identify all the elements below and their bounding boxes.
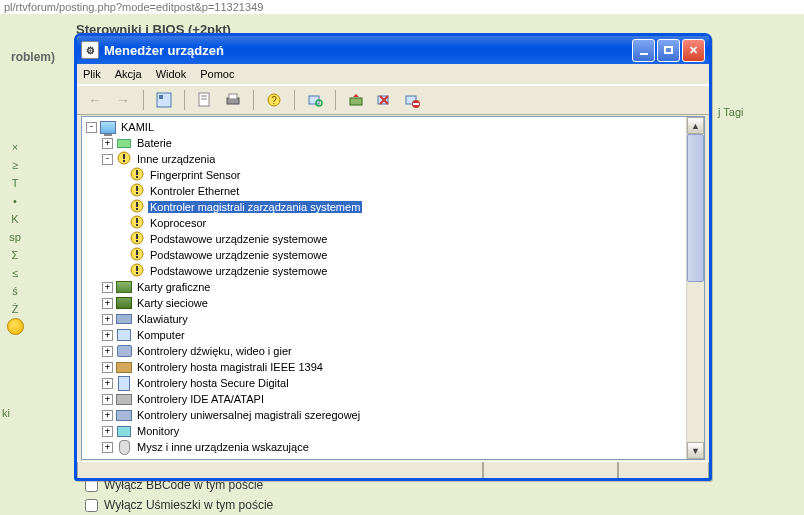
tree-item-label[interactable]: Karty graficzne xyxy=(135,281,212,293)
svg-rect-22 xyxy=(136,170,138,175)
expand-toggle[interactable]: - xyxy=(86,122,97,133)
symbol-button[interactable]: sp xyxy=(6,228,24,246)
view-button[interactable] xyxy=(152,88,176,112)
tree-item[interactable]: Fingerprint Sensor xyxy=(82,167,687,183)
nav-back-button[interactable]: ← xyxy=(83,88,107,112)
tree-item-label[interactable]: Monitory xyxy=(135,425,181,437)
symbol-button[interactable]: T xyxy=(6,174,24,192)
print-button[interactable] xyxy=(221,88,245,112)
titlebar[interactable]: ⚙ Menedżer urządzeń xyxy=(77,36,709,64)
tree-root-label[interactable]: KAMIL xyxy=(119,121,156,133)
expand-toggle[interactable]: + xyxy=(102,378,113,389)
minimize-button[interactable] xyxy=(632,39,655,62)
expand-toggle[interactable]: + xyxy=(102,346,113,357)
symbol-button[interactable]: • xyxy=(6,192,24,210)
expand-toggle[interactable]: + xyxy=(102,282,113,293)
uninstall-button[interactable] xyxy=(372,88,396,112)
expand-toggle[interactable]: + xyxy=(102,362,113,373)
symbol-button[interactable]: ≥ xyxy=(6,156,24,174)
tree-item-label[interactable]: Baterie xyxy=(135,137,174,149)
tree-item[interactable]: Podstawowe urządzenie systemowe xyxy=(82,231,687,247)
expand-toggle[interactable]: - xyxy=(102,154,113,165)
symbol-button[interactable]: ś xyxy=(6,282,24,300)
tree-item-label[interactable]: Mysz i inne urządzenia wskazujące xyxy=(135,441,311,453)
svg-rect-17 xyxy=(413,103,419,105)
tree-item[interactable]: Kontroler Ethernet xyxy=(82,183,687,199)
smiley-icon[interactable] xyxy=(7,318,24,335)
expand-toggle[interactable]: + xyxy=(102,426,113,437)
tree-item-label[interactable]: Inne urządzenia xyxy=(135,153,217,165)
update-driver-button[interactable] xyxy=(344,88,368,112)
tree-item-label[interactable]: Kontrolery uniwersalnej magistrali szere… xyxy=(135,409,362,421)
warn-icon xyxy=(129,247,145,263)
bat-icon xyxy=(116,135,132,151)
expand-toggle[interactable]: + xyxy=(102,330,113,341)
symbol-button[interactable] xyxy=(6,318,24,336)
tree-item-label[interactable]: Kontroler Ethernet xyxy=(148,185,241,197)
menu-widok[interactable]: Widok xyxy=(156,68,187,80)
disable-button[interactable] xyxy=(400,88,424,112)
toolbar-separator xyxy=(294,90,295,110)
scan-hardware-button[interactable] xyxy=(303,88,327,112)
symbol-button[interactable]: Ż xyxy=(6,300,24,318)
close-button[interactable] xyxy=(682,39,705,62)
symbol-button[interactable]: ≤ xyxy=(6,264,24,282)
menu-pomoc[interactable]: Pomoc xyxy=(200,68,234,80)
tree-item[interactable]: +Karty graficzne xyxy=(82,279,687,295)
expand-toggle[interactable]: + xyxy=(102,442,113,453)
tree-item[interactable]: -Inne urządzenia xyxy=(82,151,687,167)
tree-item-label[interactable]: Kontrolery dźwięku, wideo i gier xyxy=(135,345,294,357)
tree-item-label[interactable]: Kontrolery IDE ATA/ATAPI xyxy=(135,393,266,405)
tree-item[interactable]: +Baterie xyxy=(82,135,687,151)
vertical-scrollbar[interactable]: ▲ ▼ xyxy=(686,117,704,459)
expand-toggle[interactable]: + xyxy=(102,394,113,405)
tree-item-label[interactable]: Kontrolery hosta Secure Digital xyxy=(135,377,291,389)
tree-item[interactable]: +Kontrolery IDE ATA/ATAPI xyxy=(82,391,687,407)
tree-item[interactable]: +Kontrolery dźwięku, wideo i gier xyxy=(82,343,687,359)
tree-item[interactable]: +Monitory xyxy=(82,423,687,439)
disable-smilies-checkbox[interactable] xyxy=(85,499,98,512)
expand-toggle[interactable]: + xyxy=(102,298,113,309)
tree-item-label[interactable]: Klawiatury xyxy=(135,313,190,325)
symbol-button[interactable]: K xyxy=(6,210,24,228)
tree-item-label[interactable]: Koprocesor xyxy=(148,217,208,229)
tree-item[interactable]: +Komputer xyxy=(82,327,687,343)
tree-item-label[interactable]: Fingerprint Sensor xyxy=(148,169,243,181)
maximize-button[interactable] xyxy=(657,39,680,62)
tree-item-label[interactable]: Komputer xyxy=(135,329,187,341)
tree-item-label[interactable]: Kontroler magistrali zarządzania systeme… xyxy=(148,201,362,213)
expand-toggle[interactable]: + xyxy=(102,410,113,421)
help-button[interactable]: ? xyxy=(262,88,286,112)
symbol-button[interactable]: × xyxy=(6,138,24,156)
tree-item[interactable]: +Klawiatury xyxy=(82,311,687,327)
svg-rect-31 xyxy=(136,218,138,223)
properties-button[interactable] xyxy=(193,88,217,112)
tree-item[interactable]: Podstawowe urządzenie systemowe xyxy=(82,247,687,263)
tree-item[interactable]: +Kontrolery uniwersalnej magistrali szer… xyxy=(82,407,687,423)
nav-forward-button[interactable]: → xyxy=(111,88,135,112)
tree-item[interactable]: Kontroler magistrali zarządzania systeme… xyxy=(82,199,687,215)
tree-item[interactable]: +Mysz i inne urządzenia wskazujące xyxy=(82,439,687,455)
expand-toggle[interactable]: + xyxy=(102,138,113,149)
scroll-thumb[interactable] xyxy=(687,134,704,282)
tree-item[interactable]: +Kontrolery hosta Secure Digital xyxy=(82,375,687,391)
menu-plik[interactable]: Plik xyxy=(83,68,101,80)
device-tree[interactable]: -KAMIL+Baterie-Inne urządzeniaFingerprin… xyxy=(82,117,687,459)
tree-item[interactable]: +Kontrolery hosta magistrali IEEE 1394 xyxy=(82,359,687,375)
symbol-button[interactable]: Σ xyxy=(6,246,24,264)
side-tag-link[interactable]: j Tagi xyxy=(718,106,743,118)
tree-root[interactable]: -KAMIL xyxy=(82,119,687,135)
tree-item-label[interactable]: Kontrolery hosta magistrali IEEE 1394 xyxy=(135,361,325,373)
scroll-up-button[interactable]: ▲ xyxy=(687,117,704,134)
menu-akcja[interactable]: Akcja xyxy=(115,68,142,80)
tree-item[interactable]: Podstawowe urządzenie systemowe xyxy=(82,263,687,279)
scroll-down-button[interactable]: ▼ xyxy=(687,442,704,459)
tree-item-label[interactable]: Karty sieciowe xyxy=(135,297,210,309)
tree-item[interactable]: +Karty sieciowe xyxy=(82,295,687,311)
expand-toggle[interactable]: + xyxy=(102,314,113,325)
tree-item-label[interactable]: Podstawowe urządzenie systemowe xyxy=(148,265,329,277)
tree-item[interactable]: Koprocesor xyxy=(82,215,687,231)
tree-item-label[interactable]: Podstawowe urządzenie systemowe xyxy=(148,233,329,245)
warn-icon xyxy=(129,183,145,199)
tree-item-label[interactable]: Podstawowe urządzenie systemowe xyxy=(148,249,329,261)
